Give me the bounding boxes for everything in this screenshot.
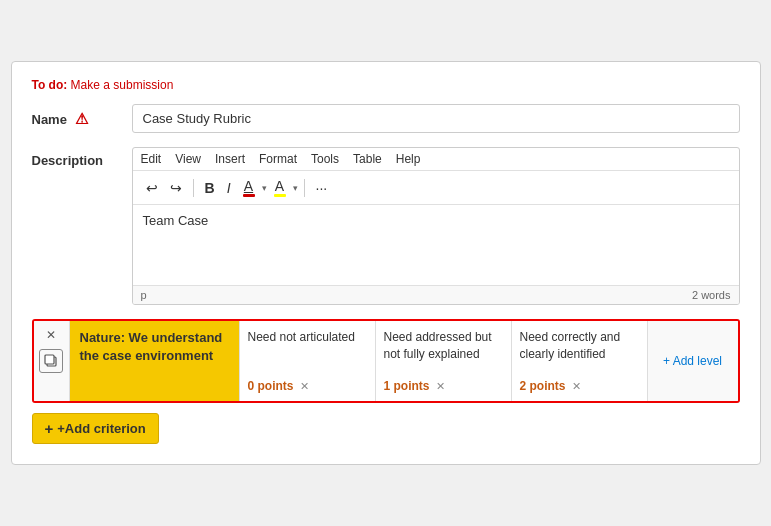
highlight-chevron[interactable]: ▾	[293, 183, 298, 193]
criterion-text: Nature: We understand the case environme…	[80, 329, 229, 365]
add-criterion-button[interactable]: + +Add criterion	[32, 413, 159, 444]
level-cell-0: Need not articulated 0 points ✕	[240, 321, 376, 401]
description-label: Description	[32, 147, 132, 168]
editor-path: p	[141, 289, 147, 301]
level-cell-2: Need correctly and clearly identified 2 …	[512, 321, 648, 401]
add-level-cell: + Add level	[648, 321, 738, 401]
menu-format[interactable]: Format	[259, 152, 297, 166]
word-count: 2 words	[692, 289, 731, 301]
highlight-button[interactable]: A	[269, 175, 291, 200]
todo-bar: To do: Make a submission	[32, 78, 740, 92]
editor-wrapper: Edit View Insert Format Tools Table Help…	[132, 147, 740, 305]
menu-insert[interactable]: Insert	[215, 152, 245, 166]
description-row: Description Edit View Insert Format Tool…	[32, 147, 740, 305]
required-icon: ⚠	[75, 110, 88, 127]
main-container: To do: Make a submission Name ⚠ Descript…	[11, 61, 761, 465]
add-level-button[interactable]: + Add level	[663, 354, 722, 368]
toolbar-separator-1	[193, 179, 194, 197]
todo-label: To do:	[32, 78, 68, 92]
editor-menu: Edit View Insert Format Tools Table Help	[133, 148, 739, 171]
toolbar-separator-2	[304, 179, 305, 197]
add-criterion-icon: +	[45, 420, 54, 437]
level-1-desc: Need addressed but not fully explained	[384, 329, 503, 375]
svg-rect-1	[45, 355, 54, 364]
criterion-close-button[interactable]: ✕	[44, 327, 58, 343]
level-1-close-button[interactable]: ✕	[434, 380, 447, 393]
criterion-copy-button[interactable]	[39, 349, 63, 373]
rubric-row: ✕ Nature: We understand the case environ…	[34, 321, 738, 401]
menu-help[interactable]: Help	[396, 152, 421, 166]
level-2-points: 2 points ✕	[520, 379, 639, 393]
bold-button[interactable]: B	[200, 177, 220, 199]
redo-button[interactable]: ↪	[165, 177, 187, 199]
underline-chevron[interactable]: ▾	[262, 183, 267, 193]
level-cell-1: Need addressed but not fully explained 1…	[376, 321, 512, 401]
menu-table[interactable]: Table	[353, 152, 382, 166]
add-criterion-section: + +Add criterion	[32, 413, 740, 444]
editor-content[interactable]: Team Case	[133, 205, 739, 285]
level-0-close-button[interactable]: ✕	[298, 380, 311, 393]
name-input[interactable]	[132, 104, 740, 133]
menu-edit[interactable]: Edit	[141, 152, 162, 166]
editor-toolbar: ↩ ↪ B I A ▾ A ▾ ···	[133, 171, 739, 205]
underline-button[interactable]: A	[238, 175, 260, 200]
name-row: Name ⚠	[32, 104, 740, 133]
level-1-points: 1 points ✕	[384, 379, 503, 393]
criterion-cell[interactable]: Nature: We understand the case environme…	[70, 321, 240, 401]
level-2-desc: Need correctly and clearly identified	[520, 329, 639, 375]
level-2-close-button[interactable]: ✕	[570, 380, 583, 393]
more-button[interactable]: ···	[311, 177, 333, 199]
rubric-section: ✕ Nature: We understand the case environ…	[32, 319, 740, 403]
menu-view[interactable]: View	[175, 152, 201, 166]
italic-button[interactable]: I	[222, 177, 236, 199]
menu-tools[interactable]: Tools	[311, 152, 339, 166]
name-label: Name ⚠	[32, 104, 132, 128]
undo-button[interactable]: ↩	[141, 177, 163, 199]
rubric-controls: ✕	[34, 321, 70, 401]
level-0-desc: Need not articulated	[248, 329, 367, 375]
editor-footer: p 2 words	[133, 285, 739, 304]
todo-message: Make a submission	[71, 78, 174, 92]
level-0-points: 0 points ✕	[248, 379, 367, 393]
